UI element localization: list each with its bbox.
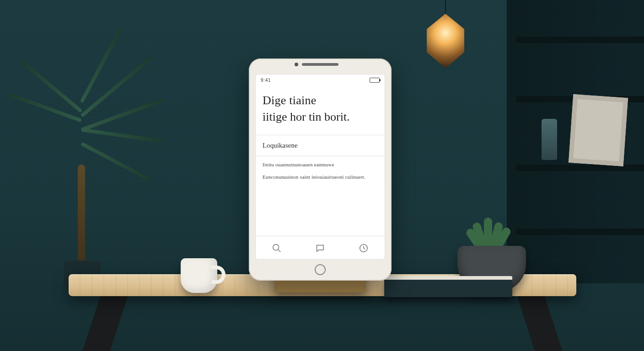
bookshelf bbox=[507, 0, 644, 283]
table-leg-left bbox=[83, 296, 128, 351]
chat-icon[interactable] bbox=[315, 243, 325, 253]
battery-icon bbox=[370, 78, 380, 83]
tablet-device: 9:41 Dige tiaine iitige hor tin borit. L… bbox=[249, 58, 392, 281]
speaker-grille bbox=[302, 63, 338, 66]
table-leg-right bbox=[517, 296, 563, 351]
article-heading: Dige tiaine iitige hor tin borit. bbox=[255, 85, 385, 135]
potted-palm bbox=[14, 73, 151, 283]
home-button[interactable] bbox=[315, 264, 326, 275]
clock-icon[interactable] bbox=[359, 243, 369, 253]
body-paragraph-1: Iinitu ouannuinunoauen eantnuwe bbox=[255, 156, 385, 169]
heading-line-1: Dige tiaine bbox=[263, 94, 378, 107]
room-scene: 9:41 Dige tiaine iitige hor tin borit. L… bbox=[0, 0, 644, 351]
tablet-screen: 9:41 Dige tiaine iitige hor tin borit. L… bbox=[255, 74, 385, 260]
front-camera bbox=[295, 63, 298, 66]
coffee-mug bbox=[181, 254, 223, 293]
section-label: Loquikasene bbox=[255, 135, 385, 156]
svg-point-0 bbox=[273, 244, 279, 250]
body-paragraph-2: Eunconunuuinon oaint iniouiauirueoni cul… bbox=[255, 169, 385, 181]
glass-jar bbox=[542, 119, 557, 160]
bottom-tab-bar bbox=[255, 236, 385, 260]
closed-notebook bbox=[384, 279, 512, 297]
status-bar: 9:41 bbox=[255, 74, 385, 85]
search-icon[interactable] bbox=[272, 243, 282, 253]
leaning-frame bbox=[569, 94, 628, 166]
heading-line-2: iitige hor tin borit. bbox=[263, 110, 378, 124]
svg-line-1 bbox=[278, 249, 281, 252]
pendant-light bbox=[421, 14, 470, 69]
status-time: 9:41 bbox=[261, 78, 271, 83]
